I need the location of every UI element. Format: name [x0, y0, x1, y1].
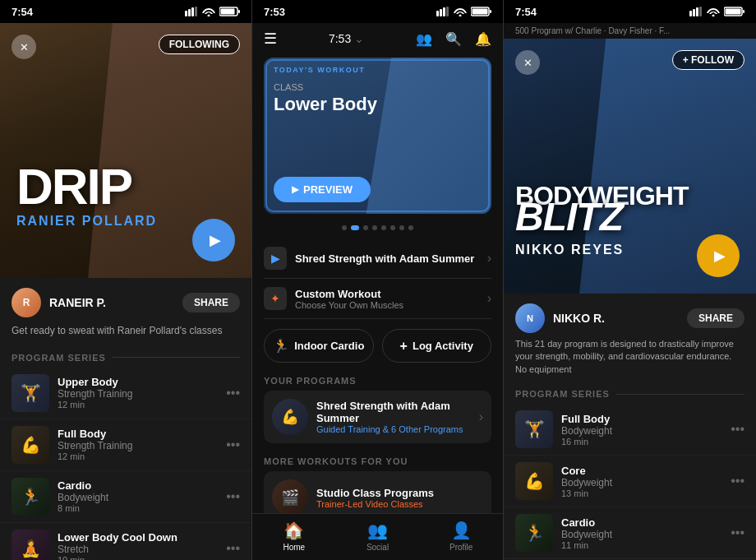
log-activity-btn[interactable]: + Log Activity	[382, 329, 492, 363]
dot-6[interactable]	[399, 225, 404, 230]
preview-btn[interactable]: PREVIEW	[274, 177, 371, 202]
program-sub-3: Bodyweight	[58, 492, 218, 503]
nav-social[interactable]: 👥 Social	[336, 521, 420, 552]
program-title-2: Full Body	[58, 428, 218, 440]
workout-card[interactable]: TODAY'S WORKOUT CLASS Lower Body PREVIEW	[264, 58, 491, 214]
program-item-upper-body[interactable]: 🏋️ Upper Body Strength Training 12 min •…	[0, 368, 251, 419]
left-user-desc: Get ready to sweat with Raneir Pollard's…	[0, 324, 251, 346]
left-close-btn[interactable]	[12, 35, 36, 59]
right-share-btn[interactable]: SHARE	[687, 308, 744, 328]
right-status-icons	[689, 7, 744, 16]
program-info-4: Lower Body Cool Down Stretch 10 min	[58, 531, 218, 560]
shred-thumb: 💪	[272, 399, 308, 435]
right-hero-name: NIKKO REYES	[515, 243, 624, 257]
hero-play-btn[interactable]	[192, 219, 235, 261]
nav-icons: 👥 🔍 🔔	[416, 31, 491, 47]
center-bottom-nav: 🏠 Home 👥 Social 👤 Profile	[252, 513, 503, 560]
program-more-3[interactable]: •••	[226, 489, 240, 504]
log-label: Log Activity	[413, 340, 473, 352]
right-title-2: Core	[561, 465, 722, 477]
left-hero: FOLLOWING DRIP RANIER POLLARD	[0, 23, 251, 278]
left-avatar: R	[12, 288, 41, 317]
program-title-3: Cardio	[58, 479, 218, 492]
dot-5[interactable]	[390, 225, 395, 230]
quick-link-custom[interactable]: ✦ Custom Workout Choose Your Own Muscles…	[264, 279, 491, 319]
right-thumb-3: 🏃	[515, 514, 553, 552]
program-item-lower-cool[interactable]: 🧘 Lower Body Cool Down Stretch 10 min ••…	[0, 523, 251, 560]
right-more-3[interactable]: •••	[731, 525, 744, 540]
program-info-2: Full Body Strength Training 12 min	[58, 428, 218, 461]
right-more-1[interactable]: •••	[731, 422, 744, 437]
dot-2[interactable]	[363, 225, 368, 230]
quick-link-shred[interactable]: ▶ Shred Strength with Adam Summer ›	[264, 238, 491, 279]
svg-point-20	[712, 15, 715, 17]
social-label: Social	[366, 543, 389, 552]
dot-indicators	[252, 220, 503, 235]
svg-rect-6	[221, 9, 235, 15]
dot-0[interactable]	[342, 225, 347, 230]
home-icon: 🏠	[284, 521, 304, 540]
social-icon: 👥	[367, 521, 388, 540]
svg-rect-7	[238, 10, 240, 13]
right-more-2[interactable]: •••	[731, 474, 744, 488]
left-status-bar: 7:54	[0, 0, 251, 23]
right-info-3: Cardio Bodyweight 11 min	[561, 516, 722, 550]
shred-program-card[interactable]: 💪 Shred Strength with Adam Summer Guided…	[264, 391, 491, 443]
right-play-btn[interactable]	[697, 234, 740, 277]
program-more-2[interactable]: •••	[226, 437, 240, 452]
left-status-icons	[185, 7, 240, 16]
program-sub-4: Stretch	[58, 544, 218, 555]
program-sub-2: Strength Training	[58, 440, 218, 451]
shred-icon: ▶	[264, 247, 287, 270]
right-info-1: Full Body Bodyweight 16 min	[561, 413, 722, 447]
right-thumb-1: 🏋️	[515, 410, 553, 448]
search-icon[interactable]: 🔍	[445, 31, 462, 47]
dot-4[interactable]	[381, 225, 386, 230]
svg-rect-14	[472, 9, 488, 15]
svg-rect-3	[195, 7, 197, 16]
svg-point-4	[208, 15, 210, 17]
program-item-cardio[interactable]: 🏃 Cardio Bodyweight 8 min •••	[0, 471, 251, 523]
preview-label: PREVIEW	[303, 183, 353, 196]
nav-home[interactable]: 🏠 Home	[252, 521, 336, 552]
indoor-cardio-btn[interactable]: 🏃 Indoor Cardio	[264, 329, 374, 363]
dot-1[interactable]	[351, 225, 359, 230]
center-status-bar: 7:53	[252, 0, 503, 23]
people-icon[interactable]: 👥	[416, 31, 432, 47]
profile-icon: 👤	[451, 521, 472, 540]
svg-point-12	[459, 15, 462, 17]
svg-rect-18	[696, 7, 698, 16]
follow-badge[interactable]: + FOLLOW	[672, 50, 744, 70]
svg-rect-9	[440, 9, 442, 16]
dot-3[interactable]	[372, 225, 377, 230]
center-nav: ☰ 7:53 ⌄ 👥 🔍 🔔	[252, 23, 503, 54]
svg-rect-0	[185, 11, 187, 16]
left-share-btn[interactable]: SHARE	[182, 293, 240, 312]
studio-program-card[interactable]: 🎬 Studio Class Programs Trainer-Led Vide…	[264, 471, 491, 513]
program-more-1[interactable]: •••	[226, 386, 240, 400]
svg-rect-23	[743, 10, 744, 13]
shred-card-title: Shred Strength with Adam Summer	[316, 400, 479, 424]
right-program-list: 🏋️ Full Body Bodyweight 16 min ••• 💪 Cor…	[504, 404, 756, 560]
program-item-full-body[interactable]: 💪 Full Body Strength Training 12 min •••	[0, 419, 251, 471]
today-label: TODAY'S WORKOUT	[274, 66, 365, 74]
nav-profile[interactable]: 👤 Profile	[419, 521, 503, 552]
right-dur-1: 16 min	[561, 437, 722, 447]
hamburger-icon[interactable]: ☰	[264, 30, 277, 48]
right-program-full-body[interactable]: 🏋️ Full Body Bodyweight 16 min •••	[504, 404, 756, 456]
dot-7[interactable]	[408, 225, 413, 230]
bell-icon[interactable]: 🔔	[475, 31, 491, 47]
right-close-btn[interactable]	[515, 50, 540, 75]
right-title-1: Full Body	[561, 413, 722, 425]
left-panel: 7:54 FOLLOWING DRIP RANIER POLLARD R RAN…	[0, 0, 252, 560]
program-more-4[interactable]: •••	[226, 541, 240, 556]
right-dur-3: 11 min	[561, 540, 722, 550]
shred-card-sub: Guided Training & 6 Other Programs	[316, 424, 479, 434]
right-program-core[interactable]: 💪 Core Bodyweight 13 min •••	[504, 456, 756, 507]
program-info-1: Upper Body Strength Training 12 min	[58, 376, 218, 410]
following-badge[interactable]: FOLLOWING	[159, 35, 240, 54]
svg-rect-17	[693, 9, 695, 16]
right-status-bar: 7:54	[504, 0, 756, 23]
right-program-cardio[interactable]: 🏃 Cardio Bodyweight 11 min •••	[504, 507, 756, 559]
program-dur-2: 12 min	[58, 451, 218, 461]
